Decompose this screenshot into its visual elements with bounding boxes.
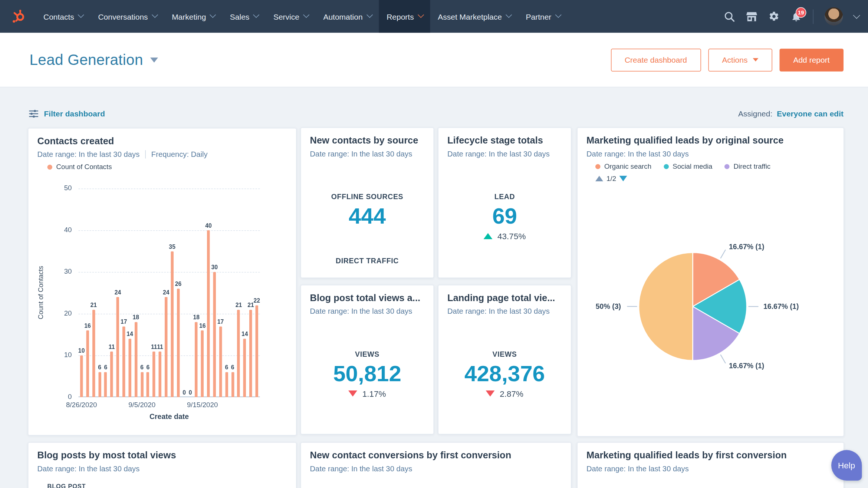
chevron-down-icon <box>506 11 512 18</box>
bar-15[interactable] <box>171 251 174 397</box>
nav-item-partner[interactable]: Partner <box>518 0 567 33</box>
bar-0[interactable] <box>80 356 83 398</box>
date-range-label: Date range: In the last 30 days <box>37 150 140 159</box>
bar-4[interactable] <box>104 372 107 398</box>
notifications-bell-icon[interactable]: 19 <box>791 11 802 22</box>
card-title: New contacts by source <box>310 135 418 146</box>
create-dashboard-button[interactable]: Create dashboard <box>611 49 701 72</box>
nav-item-label: Automation <box>323 12 362 21</box>
pie-leader-line <box>720 355 725 363</box>
actions-button[interactable]: Actions <box>708 49 772 72</box>
nav-item-label: Contacts <box>43 12 74 21</box>
card-title: Blog posts by most total views <box>37 450 176 461</box>
bar-value-label: 30 <box>205 264 224 270</box>
bar-6[interactable] <box>116 297 119 397</box>
card-title: New contact conversions by first convers… <box>310 450 512 461</box>
dashboard-header: Lead Generation Create dashboard Actions… <box>0 33 868 88</box>
bar-20[interactable] <box>201 330 204 397</box>
bar-1[interactable] <box>86 330 89 397</box>
assigned-label: Assigned: <box>738 109 772 118</box>
x-axis-tick: 9/15/2020 <box>177 401 227 409</box>
help-button[interactable]: Help <box>831 450 862 481</box>
bar-3[interactable] <box>98 372 101 398</box>
bar-23[interactable] <box>219 326 222 397</box>
nav-item-marketing[interactable]: Marketing <box>164 0 222 33</box>
date-range-label: Date range: In the last 30 days <box>310 150 412 158</box>
card-mql-by-original-source: Marketing qualified leads by original so… <box>577 128 844 437</box>
hubspot-logo[interactable] <box>0 0 36 33</box>
table-column-header: BLOG POST <box>47 483 86 488</box>
notification-count-badge: 19 <box>796 7 806 18</box>
bar-8[interactable] <box>128 339 131 398</box>
pie-slice-3[interactable] <box>639 253 693 360</box>
filter-dashboard-link[interactable]: Filter dashboard <box>29 109 105 118</box>
bar-24[interactable] <box>225 372 228 398</box>
assigned-value-link[interactable]: Everyone can edit <box>777 109 844 118</box>
nav-item-service[interactable]: Service <box>266 0 316 33</box>
bar-22[interactable] <box>213 272 216 398</box>
x-axis-tick: 9/5/2020 <box>117 401 167 409</box>
top-navigation: ContactsConversationsMarketingSalesServi… <box>0 0 868 33</box>
header-buttons: Create dashboard Actions Add report <box>611 49 844 72</box>
bar-5[interactable] <box>110 351 113 397</box>
date-range-label: Date range: In the last 30 days <box>586 465 689 473</box>
down-triangle-icon <box>486 390 495 397</box>
bar-16[interactable] <box>177 289 180 398</box>
nav-item-asset-marketplace[interactable]: Asset Marketplace <box>430 0 518 33</box>
bar-25[interactable] <box>231 372 234 398</box>
bar-10[interactable] <box>141 372 144 398</box>
dashboard-title-dropdown[interactable]: Lead Generation <box>30 51 158 69</box>
card-landing-page-total-views: Landing page total vie... Date range: In… <box>438 285 572 435</box>
nav-item-contacts[interactable]: Contacts <box>36 0 90 33</box>
legend-dot-icon <box>47 164 53 169</box>
legend-item-count-of-contacts[interactable]: Count of Contacts <box>47 163 112 171</box>
card-blog-posts-by-most-total-views: Blog posts by most total views Date rang… <box>28 442 297 488</box>
nav-item-sales[interactable]: Sales <box>222 0 266 33</box>
card-title: Contacts created <box>37 136 114 147</box>
stat-value: 69 <box>438 205 571 227</box>
bar-14[interactable] <box>165 297 168 397</box>
chevron-down-icon <box>555 11 561 18</box>
marketplace-icon[interactable] <box>746 11 757 22</box>
pie-slice-label: 16.67% (1) <box>729 361 764 371</box>
date-range-label: Date range: In the last 30 days <box>447 150 550 158</box>
bar-value-label: 17 <box>211 318 230 324</box>
pie-chart <box>578 128 844 437</box>
stat-label: OFFLINE SOURCES <box>301 192 434 201</box>
account-chevron-down-icon[interactable] <box>853 12 860 19</box>
nav-item-label: Sales <box>230 12 250 21</box>
settings-gear-icon[interactable] <box>769 11 780 22</box>
bar-28[interactable] <box>249 310 252 397</box>
add-report-button[interactable]: Add report <box>779 49 844 72</box>
y-axis-tick: 0 <box>47 393 72 400</box>
nav-item-label: Conversations <box>98 12 148 21</box>
bar-13[interactable] <box>159 351 162 397</box>
bar-value-label: 26 <box>169 280 188 287</box>
chevron-down-icon <box>366 11 373 18</box>
search-icon[interactable] <box>724 11 735 22</box>
bar-19[interactable] <box>195 322 198 398</box>
avatar[interactable] <box>825 7 843 26</box>
card-title: Blog post total views a... <box>310 293 421 304</box>
bar-2[interactable] <box>92 310 95 397</box>
pie-slice-label: 16.67% (1) <box>763 301 799 311</box>
nav-item-label: Marketing <box>172 12 206 21</box>
nav-item-automation[interactable]: Automation <box>315 0 379 33</box>
bar-value-label: 18 <box>126 314 145 320</box>
bar-21[interactable] <box>207 230 210 397</box>
delta-value: 1.17% <box>362 389 386 399</box>
bar-27[interactable] <box>243 339 246 398</box>
bar-11[interactable] <box>147 372 149 398</box>
pie-slice-label: 16.67% (1) <box>729 242 764 252</box>
bar-29[interactable] <box>256 306 259 398</box>
bar-9[interactable] <box>135 322 138 398</box>
y-axis-tick: 40 <box>47 226 72 234</box>
bar-26[interactable] <box>237 310 240 397</box>
y-axis-tick: 10 <box>47 351 72 359</box>
card-new-contacts-by-source: New contacts by source Date range: In th… <box>300 128 434 278</box>
nav-item-reports[interactable]: Reports <box>379 0 430 33</box>
nav-item-conversations[interactable]: Conversations <box>90 0 164 33</box>
date-range-label: Date range: In the last 30 days <box>310 465 412 473</box>
bar-12[interactable] <box>152 351 155 397</box>
bar-chart-plot: 1016216611241714186611112435260018164030… <box>79 189 260 398</box>
